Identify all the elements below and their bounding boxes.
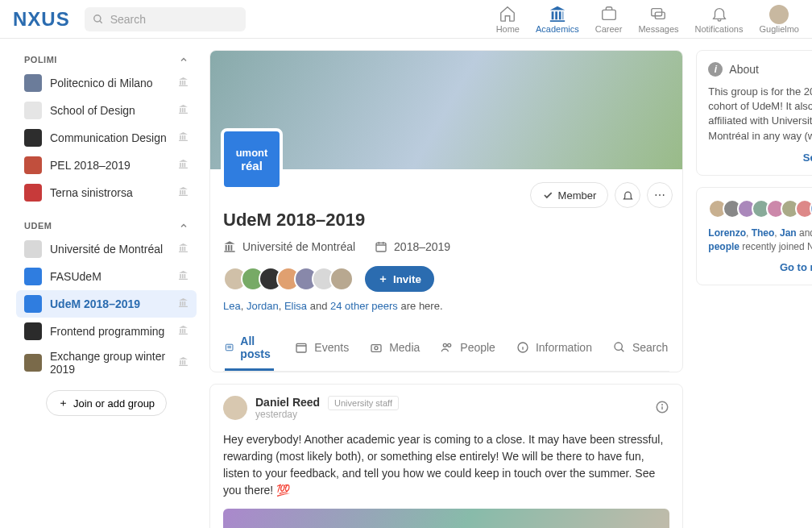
info-icon: i	[708, 62, 723, 77]
home-icon	[499, 5, 516, 23]
avatar[interactable]	[223, 396, 247, 420]
search-input[interactable]: Search	[85, 7, 246, 31]
institution-icon	[178, 356, 188, 369]
sidebar-section-header[interactable]: UDEM	[16, 216, 197, 235]
group-icon	[24, 240, 42, 258]
institution-icon	[178, 186, 188, 199]
post-more-button[interactable]	[655, 400, 669, 417]
sidebar-item[interactable]: Terna sinistrorsa	[16, 179, 197, 206]
chevron-up-icon	[179, 221, 188, 231]
camera-icon	[370, 341, 383, 354]
tab-all-posts[interactable]: All posts	[225, 326, 274, 371]
institution-icon	[178, 297, 188, 310]
svg-line-21	[621, 349, 624, 351]
check-icon	[542, 189, 553, 201]
peer-link[interactable]: Lea	[223, 300, 241, 312]
people-icon	[441, 341, 454, 354]
institution-icon	[178, 77, 188, 89]
svg-rect-2	[602, 10, 615, 19]
nav-home[interactable]: Home	[496, 5, 520, 34]
sidebar-item[interactable]: School of Design	[16, 97, 197, 124]
institution-icon	[178, 325, 188, 338]
svg-point-15	[375, 347, 378, 350]
sidebar: POLIMIPolitecnico di MilanoSchool of Des…	[16, 50, 197, 528]
tab-media[interactable]: Media	[370, 326, 420, 371]
sidebar-item[interactable]: UdeM 2018–2019	[16, 290, 197, 318]
svg-point-16	[444, 343, 447, 347]
more-button[interactable]: ⋯	[647, 182, 673, 208]
institution-icon	[178, 270, 188, 283]
svg-rect-5	[376, 243, 386, 252]
group-icon	[24, 184, 42, 202]
tab-information[interactable]: Information	[516, 326, 592, 371]
post-author[interactable]: Daniel Reed	[255, 396, 320, 409]
about-title: About	[729, 63, 759, 76]
academics-icon	[549, 5, 566, 23]
svg-point-0	[93, 15, 100, 21]
group-card: umont réal Member ⋯ UdeM 2018–2019	[209, 50, 683, 372]
posts-icon	[225, 341, 234, 354]
calendar-icon	[295, 341, 308, 354]
group-icon	[24, 268, 42, 285]
plus-icon: ＋	[378, 272, 388, 286]
tab-events[interactable]: Events	[295, 326, 349, 371]
tab-search[interactable]: Search	[613, 326, 668, 371]
sidebar-item[interactable]: FASUdeM	[16, 263, 197, 290]
logo[interactable]: NXUS	[13, 8, 70, 31]
network-person-link[interactable]: Theo	[752, 227, 775, 239]
post-body: Hey everybody! Another academic year is …	[210, 426, 682, 509]
nav-career[interactable]: Career	[595, 5, 623, 34]
tab-people[interactable]: People	[441, 326, 495, 371]
svg-line-1	[99, 20, 102, 23]
institution-icon	[178, 104, 188, 117]
bell-icon	[622, 189, 634, 202]
notify-button[interactable]	[615, 182, 640, 208]
post-image[interactable]	[223, 509, 669, 528]
peer-avatars	[223, 267, 354, 291]
ellipsis-icon: ⋯	[654, 189, 665, 202]
nav-notifications[interactable]: Notifications	[695, 5, 744, 34]
search-icon	[93, 14, 104, 25]
peer-others-link[interactable]: 24 other peers	[330, 300, 398, 312]
institution: Université de Montréal	[223, 240, 355, 253]
sidebar-section-header[interactable]: POLIMI	[16, 50, 197, 69]
invite-button[interactable]: ＋ Invite	[365, 266, 434, 292]
network-person-link[interactable]: Jan	[780, 227, 797, 239]
go-to-network-link[interactable]: Go to network	[708, 261, 812, 273]
sidebar-item[interactable]: Politecnico di Milano	[16, 69, 197, 97]
member-button[interactable]: Member	[530, 182, 609, 208]
about-panel: i About This group is for the 2018–2019 …	[696, 50, 812, 176]
post-time: yesterday	[255, 409, 399, 420]
network-person-link[interactable]: Lorenzo	[708, 227, 746, 239]
sidebar-item[interactable]: PEL 2018–2019	[16, 152, 197, 179]
join-add-group-button[interactable]: ＋ Join or add group	[46, 390, 167, 416]
group-icon	[24, 129, 42, 147]
avatar	[769, 5, 789, 24]
nav-messages[interactable]: Messages	[638, 5, 678, 34]
nav-academics[interactable]: Academics	[536, 5, 579, 34]
network-text: Lorenzo, Theo, Jan and 34 other people r…	[708, 227, 812, 254]
info-icon	[516, 341, 529, 354]
peer-link[interactable]: Elisa	[284, 300, 307, 312]
group-icon	[24, 295, 42, 313]
peer-link[interactable]: Jordan	[246, 300, 279, 312]
svg-point-20	[615, 343, 622, 350]
group-icon	[24, 354, 42, 372]
nav-user[interactable]: Guglielmo	[759, 5, 799, 34]
svg-point-24	[662, 404, 663, 405]
group-logo: umont réal	[221, 128, 283, 190]
group-title: UdeM 2018–2019	[223, 210, 669, 231]
author-badge: University staff	[328, 396, 399, 410]
institution-icon	[178, 243, 188, 256]
peer-line: Lea, Jordan, Elisa and 24 other peers ar…	[223, 300, 669, 312]
calendar-icon	[375, 240, 387, 253]
sidebar-item[interactable]: Frontend programming	[16, 318, 197, 345]
search-placeholder: Search	[110, 13, 146, 26]
sidebar-item[interactable]: Exchange group winter 2019	[16, 345, 197, 380]
group-icon	[24, 74, 42, 92]
sidebar-item[interactable]: Université de Montréal	[16, 235, 197, 263]
institution-icon	[178, 159, 188, 172]
institution-icon	[178, 131, 188, 144]
see-more-link[interactable]: See more	[708, 152, 812, 164]
sidebar-item[interactable]: Communication Design	[16, 124, 197, 152]
